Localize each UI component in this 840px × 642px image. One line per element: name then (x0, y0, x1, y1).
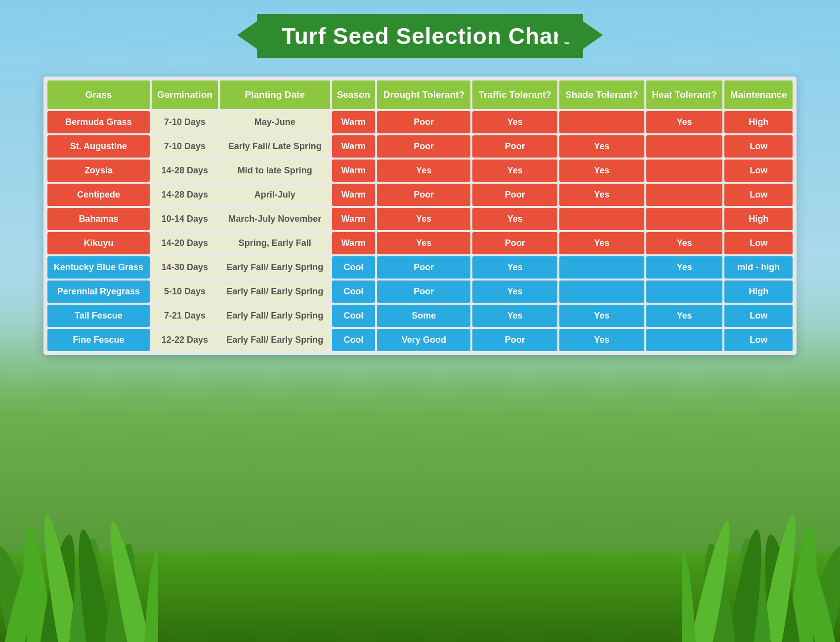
planting-cell: Early Fall/ Late Spring (220, 135, 330, 158)
shade-cell: Yes (559, 329, 644, 351)
season-cell: Cool (332, 281, 376, 303)
col-header-germination: Germination (152, 80, 218, 109)
planting-cell: Mid to late Spring (220, 160, 330, 182)
col-header-heat: Heat Tolerant? (646, 80, 723, 109)
heat-cell: Yes (646, 256, 723, 279)
traffic-cell: Yes (472, 305, 557, 327)
germ-cell: 7-21 Days (152, 305, 218, 327)
title-text: Turf Seed Selection Chart (282, 23, 570, 49)
table-row: St. Augustine7-10 DaysEarly Fall/ Late S… (47, 135, 793, 158)
grass-cell: Zoysia (47, 160, 150, 182)
table-row: Kikuyu14-20 DaysSpring, Early FallWarmYe… (47, 232, 793, 254)
traffic-cell: Yes (472, 281, 557, 303)
season-cell: Warm (332, 135, 376, 158)
shade-cell (559, 111, 644, 133)
season-cell: Warm (332, 208, 376, 230)
col-header-drought: Drought Tolerant? (377, 80, 470, 109)
maint-cell: Low (724, 135, 793, 158)
table-row: Perennial Ryegrass5-10 DaysEarly Fall/ E… (47, 281, 793, 303)
shade-cell (559, 208, 644, 230)
maint-cell: Low (724, 232, 793, 254)
svg-marker-21 (558, 18, 603, 52)
seed-selection-table: Grass Germination Planting Date Season D… (43, 77, 797, 355)
drought-cell: Yes (377, 160, 470, 182)
grass-cell: Bermuda Grass (47, 111, 150, 133)
drought-cell: Very Good (377, 329, 470, 351)
maint-cell: Low (724, 184, 793, 206)
germ-cell: 7-10 Days (152, 135, 218, 158)
traffic-cell: Yes (472, 160, 557, 182)
table-row: Kentucky Blue Grass14-30 DaysEarly Fall/… (47, 256, 793, 279)
table-row: Centipede14-28 DaysApril-JulyWarmPoorPoo… (47, 184, 793, 206)
planting-cell: Early Fall/ Early Spring (220, 329, 330, 351)
germ-cell: 7-10 Days (152, 111, 218, 133)
traffic-cell: Yes (472, 208, 557, 230)
grass-cell: Tall Fescue (47, 305, 150, 327)
planting-cell: April-July (220, 184, 330, 206)
planting-cell: March-July November (220, 208, 330, 230)
shade-cell: Yes (559, 184, 644, 206)
germ-cell: 14-30 Days (152, 256, 218, 279)
heat-cell: Yes (646, 232, 723, 254)
heat-cell (646, 160, 723, 182)
grass-cell: Centipede (47, 184, 150, 206)
traffic-cell: Poor (472, 232, 557, 254)
traffic-cell: Poor (472, 329, 557, 351)
traffic-cell: Poor (472, 135, 557, 158)
drought-cell: Yes (377, 208, 470, 230)
traffic-cell: Yes (472, 111, 557, 133)
germ-cell: 5-10 Days (152, 281, 218, 303)
drought-cell: Poor (377, 281, 470, 303)
arrow-right-decoration (558, 18, 603, 54)
germ-cell: 10-14 Days (152, 208, 218, 230)
col-header-maintenance: Maintenance (724, 80, 793, 109)
season-cell: Warm (332, 160, 376, 182)
germ-cell: 14-28 Days (152, 160, 218, 182)
drought-cell: Poor (377, 111, 470, 133)
planting-cell: Early Fall/ Early Spring (220, 305, 330, 327)
table-row: Bahamas10-14 DaysMarch-July NovemberWarm… (47, 208, 793, 230)
shade-cell: Yes (559, 232, 644, 254)
col-header-traffic: Traffic Tolerant? (472, 80, 557, 109)
heat-cell (646, 329, 723, 351)
drought-cell: Poor (377, 135, 470, 158)
col-header-season: Season (332, 80, 376, 109)
table-container: Grass Germination Planting Date Season D… (43, 77, 797, 355)
heat-cell (646, 208, 723, 230)
grass-cell: Kentucky Blue Grass (47, 256, 150, 279)
season-cell: Cool (332, 329, 376, 351)
heat-cell (646, 184, 723, 206)
planting-cell: May-June (220, 111, 330, 133)
heat-cell: Yes (646, 305, 723, 327)
heat-cell: Yes (646, 111, 723, 133)
maint-cell: High (724, 208, 793, 230)
table-row: Fine Fescue12-22 DaysEarly Fall/ Early S… (47, 329, 793, 351)
season-cell: Warm (332, 111, 376, 133)
planting-cell: Spring, Early Fall (220, 232, 330, 254)
shade-cell (559, 256, 644, 279)
table-row: Tall Fescue7-21 DaysEarly Fall/ Early Sp… (47, 305, 793, 327)
drought-cell: Poor (377, 256, 470, 279)
title-banner: Turf Seed Selection Chart (257, 14, 583, 58)
shade-cell (559, 281, 644, 303)
season-cell: Cool (332, 305, 376, 327)
grass-cell: St. Augustine (47, 135, 150, 158)
shade-cell: Yes (559, 160, 644, 182)
germ-cell: 12-22 Days (152, 329, 218, 351)
col-header-planting: Planting Date (220, 80, 330, 109)
heat-cell (646, 135, 723, 158)
maint-cell: Low (724, 160, 793, 182)
season-cell: Warm (332, 184, 376, 206)
heat-cell (646, 281, 723, 303)
grass-cell: Kikuyu (47, 232, 150, 254)
maint-cell: mid - high (724, 256, 793, 279)
traffic-cell: Yes (472, 256, 557, 279)
season-cell: Warm (332, 232, 376, 254)
planting-cell: Early Fall/ Early Spring (220, 281, 330, 303)
shade-cell: Yes (559, 135, 644, 158)
table-row: Bermuda Grass7-10 DaysMay-JuneWarmPoorYe… (47, 111, 793, 133)
shade-cell: Yes (559, 305, 644, 327)
germ-cell: 14-20 Days (152, 232, 218, 254)
maint-cell: High (724, 281, 793, 303)
grass-cell: Bahamas (47, 208, 150, 230)
